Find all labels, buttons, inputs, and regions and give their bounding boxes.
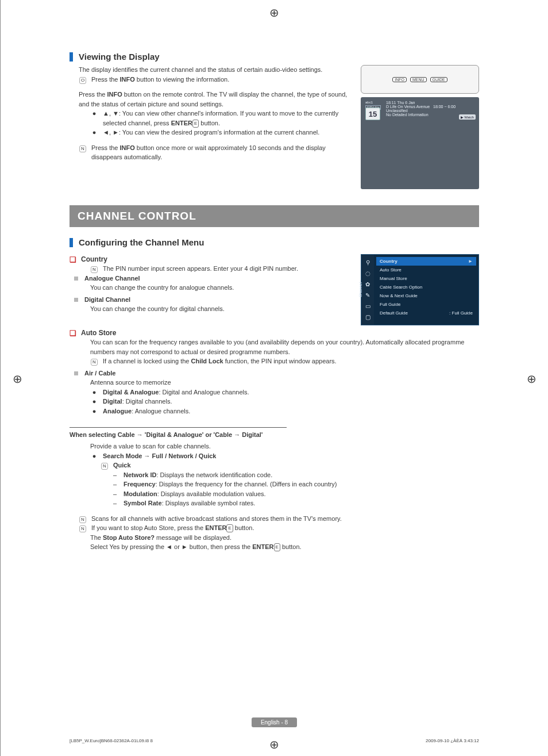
menu-item-default-guide[interactable]: Default Guide : Full Guide (376, 309, 476, 317)
info-instruction: Press the INFO button to viewing the inf… (91, 75, 229, 85)
note-icon: N (90, 356, 98, 366)
digital-option: Digital: Digital channels. (103, 397, 172, 406)
scan-all-note: Scans for all channels with active broad… (91, 514, 342, 524)
analogue-channel-text: You can change the country for analogue … (90, 283, 352, 293)
dash-icon: – (111, 479, 119, 489)
remote-control-illustration: INFO MENU GUIDE (361, 65, 479, 94)
section-accent-bar (70, 238, 73, 247)
square-bullet-icon (72, 369, 80, 378)
intro-text: The display identifies the current chann… (79, 65, 352, 75)
network-id-line: Network ID: Displays the network identif… (124, 470, 272, 480)
note-icon: N (90, 264, 98, 274)
registration-mark-left: ⊕ (11, 372, 24, 385)
digital-channel-heading: Digital Channel (84, 295, 130, 305)
osd-time: 18:11 Thu 6 Jan (386, 101, 474, 105)
footer-timestamp: 2009-09-10 ¿ÀÈÄ 3:43:12 (426, 738, 479, 743)
menu-item-label: Country (380, 259, 398, 264)
channel-menu-panel: ⚲ ◌ ✿ ✎ ▭ ▢ Country ► (361, 254, 479, 325)
section-title: Viewing the Display (79, 52, 160, 62)
note-icon: N (101, 460, 109, 470)
menu-tab-label: Channel (358, 282, 362, 297)
air-cable-text: Antenna source to memorize (90, 378, 479, 387)
square-bullet-icon (72, 274, 80, 283)
page-footer: English - 8 (1, 716, 548, 727)
info-paragraph: Press the INFO button on the remote cont… (79, 90, 352, 109)
page-number-pill: English - 8 (252, 717, 297, 727)
tv-icon: ▢ (365, 314, 371, 320)
symbol-rate-line: Symbol Rate: Displays available symbol r… (124, 498, 255, 508)
cable-subheading: When selecting Cable → 'Digital & Analog… (70, 431, 479, 438)
cable-intro-text: Provide a value to scan for cable channe… (90, 442, 479, 451)
search-mode-line: Search Mode → Full / Network / Quick (103, 451, 216, 461)
menu-item-cable-search[interactable]: Cable Search Option (376, 283, 476, 291)
menu-item-label: Now & Next Guide (380, 293, 418, 298)
enter-icon: E (192, 120, 199, 128)
auto-store-text: You can scan for the frequency ranges av… (90, 337, 479, 356)
bullet-icon: ● (90, 397, 98, 406)
menu-item-manual-store[interactable]: Manual Store (376, 274, 476, 283)
menu-item-value: : Full Guide (449, 310, 473, 316)
menu-item-country[interactable]: Country ► (376, 257, 476, 266)
registration-mark-right: ⊕ (525, 372, 538, 385)
select-yes-line: Select Yes by pressing the ◄ or ► button… (90, 542, 479, 552)
osd-watch-tag: ▶ Watch (459, 114, 476, 120)
info-timeout-note: Press the INFO button once more or wait … (91, 143, 352, 162)
osd-channel-number: 15 (365, 108, 380, 120)
heading-marker-icon: ❏ (70, 329, 76, 337)
enter-icon: E (226, 524, 233, 532)
analogue-channel-heading: Analogue Channel (84, 274, 140, 283)
bullet-icon: ● (90, 387, 98, 397)
note-icon: N (79, 523, 87, 533)
menu-item-now-next-guide[interactable]: Now & Next Guide (376, 291, 476, 300)
stop-message-line: The Stop Auto Store? message will be dis… (90, 533, 479, 543)
bullet-icon: ● (90, 451, 98, 461)
divider-line (70, 427, 287, 428)
antenna-icon: ✎ (365, 292, 370, 298)
nav-horizontal-text: ◄, ►: You can view the desired program's… (103, 128, 319, 137)
menu-item-full-guide[interactable]: Full Guide (376, 300, 476, 309)
osd-info-panel: abc1 DTV Air 15 18:11 Thu 6 Jan D Life O… (361, 97, 479, 189)
chevron-right-icon: ► (468, 259, 473, 264)
auto-store-heading: Auto Store (81, 329, 116, 337)
subtitle-icon: ▭ (365, 303, 371, 309)
enter-icon: E (274, 543, 280, 551)
air-cable-heading: Air / Cable (84, 369, 115, 378)
section-title: Configuring the Channel Menu (79, 237, 204, 247)
section-configuring-channel: Configuring the Channel Menu (70, 237, 479, 247)
menu-item-label: Auto Store (380, 267, 402, 273)
heading-marker-icon: ❏ (70, 255, 76, 264)
globe-icon: ◌ (365, 270, 371, 277)
channel-control-banner: CHANNEL CONTROL (70, 205, 479, 227)
osd-program: D Life On Venus Avenue 18:00 ~ 6:00 (386, 105, 474, 109)
dash-icon: – (111, 489, 119, 499)
remote-info-button: INFO (392, 77, 407, 82)
frequency-line: Frequency: Displays the frequency for th… (124, 479, 337, 489)
nav-vertical-text: ▲, ▼: You can view other channel's infor… (103, 109, 352, 128)
osd-studio: Unclassified (386, 109, 474, 113)
pin-note: The PIN number input screen appears. Ent… (103, 264, 298, 274)
operate-icon: O (79, 75, 87, 85)
section-accent-bar (70, 52, 73, 62)
menu-item-auto-store[interactable]: Auto Store (376, 266, 476, 274)
bullet-icon: ● (90, 406, 98, 416)
child-lock-note: If a channel is locked using the Child L… (103, 356, 337, 366)
modulation-line: Modulation: Displays available modulatio… (124, 489, 266, 499)
note-icon: N (79, 514, 87, 524)
footer-doc-id: [LB5P_W.Euro]BN68-02362A-01L09.i8 8 (70, 738, 153, 743)
remote-menu-button: MENU (410, 77, 427, 82)
menu-item-label: Manual Store (380, 276, 407, 281)
menu-item-label: Default Guide (380, 310, 408, 316)
country-heading: Country (81, 255, 107, 263)
dash-icon: – (111, 498, 119, 508)
osd-source: abc1 (365, 101, 373, 104)
search-icon: ⚲ (366, 259, 370, 266)
menu-item-label: Cable Search Option (380, 285, 422, 290)
gear-icon: ✿ (365, 281, 370, 287)
analogue-option: Analogue: Analogue channels. (103, 406, 190, 416)
digital-channel-text: You can change the country for digital c… (90, 304, 352, 314)
bullet-icon: ● (90, 109, 98, 118)
dash-icon: – (111, 470, 119, 480)
registration-mark-top: ⊕ (268, 6, 281, 18)
section-viewing-display: Viewing the Display (70, 52, 479, 62)
menu-icon-column: ⚲ ◌ ✿ ✎ ▭ ▢ (361, 255, 374, 325)
